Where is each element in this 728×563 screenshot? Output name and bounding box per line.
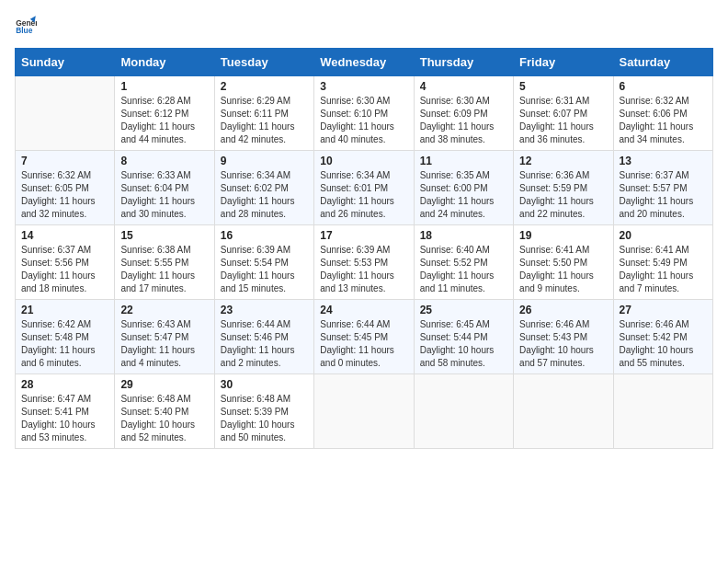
day-number: 3	[320, 80, 407, 93]
calendar-cell: 7Sunrise: 6:32 AMSunset: 6:05 PMDaylight…	[16, 151, 115, 225]
calendar-cell: 14Sunrise: 6:37 AMSunset: 5:56 PMDayligh…	[16, 225, 115, 300]
page-header: General Blue	[15, 15, 713, 37]
week-row-2: 7Sunrise: 6:32 AMSunset: 6:05 PMDaylight…	[16, 151, 713, 225]
day-info: Sunrise: 6:34 AMSunset: 6:02 PMDaylight:…	[221, 169, 308, 221]
header-monday: Monday	[115, 49, 214, 76]
day-info: Sunrise: 6:33 AMSunset: 6:04 PMDaylight:…	[120, 169, 208, 221]
calendar-cell	[414, 374, 513, 449]
day-info: Sunrise: 6:40 AMSunset: 5:52 PMDaylight:…	[420, 244, 507, 295]
day-info: Sunrise: 6:39 AMSunset: 5:53 PMDaylight:…	[320, 244, 407, 295]
day-number: 16	[221, 229, 308, 242]
header-friday: Friday	[514, 49, 613, 76]
day-info: Sunrise: 6:30 AMSunset: 6:09 PMDaylight:…	[420, 95, 507, 146]
calendar-cell: 12Sunrise: 6:36 AMSunset: 5:59 PMDayligh…	[514, 151, 613, 225]
day-info: Sunrise: 6:44 AMSunset: 5:45 PMDaylight:…	[320, 318, 407, 370]
calendar-cell: 8Sunrise: 6:33 AMSunset: 6:04 PMDaylight…	[115, 151, 214, 225]
header-wednesday: Wednesday	[314, 49, 414, 76]
day-number: 8	[120, 155, 208, 167]
calendar-header-row: SundayMondayTuesdayWednesdayThursdayFrid…	[16, 49, 713, 76]
header-sunday: Sunday	[16, 49, 115, 76]
day-info: Sunrise: 6:31 AMSunset: 6:07 PMDaylight:…	[519, 95, 607, 146]
header-thursday: Thursday	[414, 49, 513, 76]
day-number: 20	[620, 229, 707, 242]
day-info: Sunrise: 6:48 AMSunset: 5:39 PMDaylight:…	[221, 393, 308, 444]
calendar-cell: 6Sunrise: 6:32 AMSunset: 6:06 PMDaylight…	[613, 76, 712, 151]
calendar-cell: 19Sunrise: 6:41 AMSunset: 5:50 PMDayligh…	[514, 225, 613, 300]
calendar-cell: 9Sunrise: 6:34 AMSunset: 6:02 PMDaylight…	[214, 151, 313, 225]
calendar-cell: 22Sunrise: 6:43 AMSunset: 5:47 PMDayligh…	[115, 300, 214, 374]
day-number: 5	[519, 80, 607, 93]
day-info: Sunrise: 6:32 AMSunset: 6:05 PMDaylight:…	[21, 169, 108, 221]
day-number: 10	[320, 155, 407, 167]
calendar-cell: 18Sunrise: 6:40 AMSunset: 5:52 PMDayligh…	[414, 225, 513, 300]
calendar-cell: 13Sunrise: 6:37 AMSunset: 5:57 PMDayligh…	[613, 151, 712, 225]
day-number: 23	[221, 304, 308, 316]
calendar-cell	[16, 76, 115, 151]
calendar-cell: 1Sunrise: 6:28 AMSunset: 6:12 PMDaylight…	[115, 76, 214, 151]
day-number: 6	[620, 80, 707, 93]
calendar-cell	[514, 374, 613, 449]
day-info: Sunrise: 6:47 AMSunset: 5:41 PMDaylight:…	[21, 393, 108, 444]
day-info: Sunrise: 6:46 AMSunset: 5:43 PMDaylight:…	[519, 318, 607, 370]
calendar-cell: 15Sunrise: 6:38 AMSunset: 5:55 PMDayligh…	[115, 225, 214, 300]
logo-icon: General Blue	[15, 15, 37, 37]
calendar-cell: 16Sunrise: 6:39 AMSunset: 5:54 PMDayligh…	[214, 225, 313, 300]
calendar-cell: 11Sunrise: 6:35 AMSunset: 6:00 PMDayligh…	[414, 151, 513, 225]
calendar-cell: 24Sunrise: 6:44 AMSunset: 5:45 PMDayligh…	[314, 300, 414, 374]
day-info: Sunrise: 6:46 AMSunset: 5:42 PMDaylight:…	[620, 318, 707, 370]
calendar-cell: 3Sunrise: 6:30 AMSunset: 6:10 PMDaylight…	[314, 76, 414, 151]
calendar-cell: 25Sunrise: 6:45 AMSunset: 5:44 PMDayligh…	[414, 300, 513, 374]
day-number: 1	[120, 80, 208, 93]
day-info: Sunrise: 6:32 AMSunset: 6:06 PMDaylight:…	[620, 95, 707, 146]
calendar-cell: 20Sunrise: 6:41 AMSunset: 5:49 PMDayligh…	[613, 225, 712, 300]
week-row-1: 1Sunrise: 6:28 AMSunset: 6:12 PMDaylight…	[16, 76, 713, 151]
day-info: Sunrise: 6:35 AMSunset: 6:00 PMDaylight:…	[420, 169, 507, 221]
logo: General Blue	[15, 15, 40, 37]
calendar-cell: 2Sunrise: 6:29 AMSunset: 6:11 PMDaylight…	[214, 76, 313, 151]
calendar-cell	[613, 374, 712, 449]
calendar-cell: 26Sunrise: 6:46 AMSunset: 5:43 PMDayligh…	[514, 300, 613, 374]
svg-text:Blue: Blue	[16, 26, 33, 35]
day-info: Sunrise: 6:39 AMSunset: 5:54 PMDaylight:…	[221, 244, 308, 295]
day-number: 28	[21, 378, 108, 391]
day-info: Sunrise: 6:29 AMSunset: 6:11 PMDaylight:…	[221, 95, 308, 146]
day-number: 2	[221, 80, 308, 93]
day-number: 4	[420, 80, 507, 93]
day-info: Sunrise: 6:37 AMSunset: 5:57 PMDaylight:…	[620, 169, 707, 221]
day-info: Sunrise: 6:30 AMSunset: 6:10 PMDaylight:…	[320, 95, 407, 146]
day-info: Sunrise: 6:42 AMSunset: 5:48 PMDaylight:…	[21, 318, 108, 370]
calendar-cell: 23Sunrise: 6:44 AMSunset: 5:46 PMDayligh…	[214, 300, 313, 374]
day-number: 11	[420, 155, 507, 167]
week-row-3: 14Sunrise: 6:37 AMSunset: 5:56 PMDayligh…	[16, 225, 713, 300]
day-info: Sunrise: 6:48 AMSunset: 5:40 PMDaylight:…	[120, 393, 208, 444]
calendar-cell	[314, 374, 414, 449]
day-info: Sunrise: 6:44 AMSunset: 5:46 PMDaylight:…	[221, 318, 308, 370]
calendar-cell: 5Sunrise: 6:31 AMSunset: 6:07 PMDaylight…	[514, 76, 613, 151]
calendar-cell: 10Sunrise: 6:34 AMSunset: 6:01 PMDayligh…	[314, 151, 414, 225]
day-number: 24	[320, 304, 407, 316]
day-number: 25	[420, 304, 507, 316]
week-row-5: 28Sunrise: 6:47 AMSunset: 5:41 PMDayligh…	[16, 374, 713, 449]
day-number: 18	[420, 229, 507, 242]
header-tuesday: Tuesday	[214, 49, 313, 76]
calendar-cell: 27Sunrise: 6:46 AMSunset: 5:42 PMDayligh…	[613, 300, 712, 374]
calendar-cell: 17Sunrise: 6:39 AMSunset: 5:53 PMDayligh…	[314, 225, 414, 300]
day-number: 19	[519, 229, 607, 242]
day-info: Sunrise: 6:41 AMSunset: 5:50 PMDaylight:…	[519, 244, 607, 295]
day-number: 15	[120, 229, 208, 242]
day-number: 21	[21, 304, 108, 316]
day-info: Sunrise: 6:34 AMSunset: 6:01 PMDaylight:…	[320, 169, 407, 221]
day-number: 9	[221, 155, 308, 167]
day-number: 13	[620, 155, 707, 167]
day-number: 29	[120, 378, 208, 391]
day-number: 7	[21, 155, 108, 167]
calendar-table: SundayMondayTuesdayWednesdayThursdayFrid…	[15, 48, 713, 449]
day-info: Sunrise: 6:37 AMSunset: 5:56 PMDaylight:…	[21, 244, 108, 295]
day-number: 27	[620, 304, 707, 316]
day-number: 26	[519, 304, 607, 316]
day-number: 14	[21, 229, 108, 242]
day-info: Sunrise: 6:45 AMSunset: 5:44 PMDaylight:…	[420, 318, 507, 370]
calendar-cell: 29Sunrise: 6:48 AMSunset: 5:40 PMDayligh…	[115, 374, 214, 449]
day-number: 22	[120, 304, 208, 316]
day-info: Sunrise: 6:41 AMSunset: 5:49 PMDaylight:…	[620, 244, 707, 295]
